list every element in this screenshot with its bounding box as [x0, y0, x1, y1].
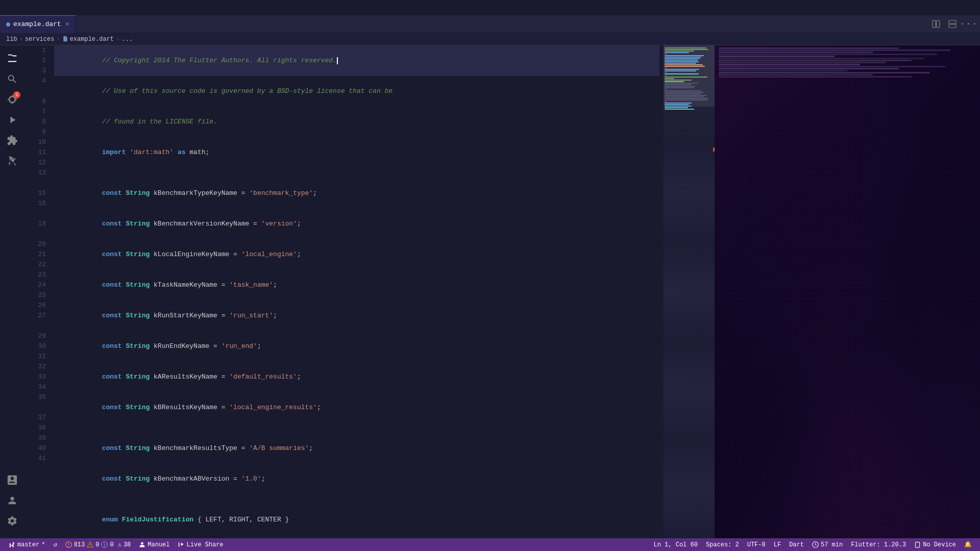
code-line-16: const String kBenchmarkABVersion = '1.0'…	[54, 464, 659, 494]
git-branch-icon	[8, 541, 15, 548]
code-line-4: import 'dart:math' as math;	[54, 137, 659, 168]
line-num-15: 15	[29, 188, 46, 198]
live-share-icon	[178, 541, 185, 548]
svg-line-14	[815, 545, 816, 545]
code-editor[interactable]: 1 2 3 4 6 7 8 9 10 11 12 13 15 16	[24, 45, 664, 538]
line-num-14	[29, 178, 46, 188]
tab-bar: example.dart × ···	[0, 15, 980, 33]
svg-rect-0	[933, 20, 936, 28]
line-num-18: 18	[29, 219, 46, 229]
code-comment-3: // found in the LICENSE file.	[102, 118, 217, 126]
tab-dot-icon	[6, 22, 10, 27]
status-device[interactable]: No Device	[910, 538, 960, 551]
line-numbers: 1 2 3 4 6 7 8 9 10 11 12 13 15 16	[24, 45, 50, 538]
code-line-7: const String kBenchmarkVersionKeyName = …	[54, 209, 659, 239]
code-kw-const-1: const	[102, 189, 122, 197]
split-editor-button[interactable]	[929, 17, 943, 31]
tab-example-dart[interactable]: example.dart ×	[0, 15, 76, 33]
code-line-10: const String kRunStartKeyName = 'run_sta…	[54, 300, 659, 331]
code-line-18: enum FieldJustification { LEFT, RIGHT, C…	[54, 505, 659, 535]
line-num-3: 3	[29, 66, 46, 76]
cursor-position: Ln 1, Col 60	[653, 541, 697, 548]
code-line-2: // Use of this source code is governed b…	[54, 76, 659, 107]
info-count: 0	[110, 541, 113, 548]
status-flutter[interactable]: Flutter: 1.20.3	[847, 538, 910, 551]
breadcrumb-sep-3: ›	[116, 36, 119, 43]
more-actions-button[interactable]: ···	[962, 17, 976, 31]
status-position[interactable]: Ln 1, Col 60	[649, 538, 701, 551]
code-line-6: const String kBenchmarkTypeKeyName = 'be…	[54, 178, 659, 209]
minimap-lines	[664, 45, 715, 538]
line-num-1: 1	[29, 45, 46, 56]
branch-star: *	[41, 541, 45, 548]
line-num-29: 29	[29, 331, 46, 341]
code-kw-const-8: const	[102, 404, 122, 411]
status-encoding[interactable]: UTF-8	[743, 538, 770, 551]
line-num-9: 9	[29, 127, 46, 137]
status-bar: master * ↺ 813 0 0 ⚠ 38 Manuel Live Shar…	[0, 538, 980, 551]
activity-bottom-icons	[3, 471, 21, 534]
tab-bar-actions: ···	[929, 17, 980, 31]
line-num-7: 7	[29, 107, 46, 117]
warning-count: 0	[95, 541, 99, 548]
breadcrumb-sep-1: ›	[19, 36, 23, 43]
status-spaces[interactable]: Spaces: 2	[702, 538, 743, 551]
status-language[interactable]: Dart	[785, 538, 808, 551]
activity-run[interactable]	[3, 111, 21, 129]
code-line-15: const String kBenchmarkResultsType = 'A/…	[54, 433, 659, 464]
minimap-line-40	[665, 107, 688, 108]
breadcrumb-lib[interactable]: lib	[6, 36, 17, 43]
line-num-41: 41	[29, 454, 46, 464]
minimap-line-41	[665, 109, 694, 110]
code-enum-name: FieldJustification	[122, 516, 193, 523]
tab-close-button[interactable]: ×	[65, 20, 69, 29]
code-kw-const-2: const	[102, 220, 122, 228]
line-num-38: 38	[29, 423, 46, 433]
spaces-label: Spaces: 2	[706, 541, 739, 548]
breadcrumb-services[interactable]: services	[25, 36, 55, 43]
code-comment-2: // Use of this source code is governed b…	[102, 87, 393, 95]
svg-rect-1	[937, 20, 940, 28]
status-live-share[interactable]: Live Share	[174, 538, 228, 551]
minimap	[664, 45, 715, 538]
status-clock[interactable]: 57 min	[808, 538, 847, 551]
activity-test[interactable]	[3, 152, 21, 170]
code-type-7: String	[126, 373, 150, 381]
line-num-17	[29, 209, 46, 219]
source-control-badge: 1	[13, 91, 20, 98]
status-user[interactable]: Manuel	[135, 538, 174, 551]
activity-search[interactable]	[3, 70, 21, 88]
line-num-11: 11	[29, 147, 46, 158]
code-line-8: const String kLocalEngineKeyName = 'loca…	[54, 239, 659, 270]
status-line-ending[interactable]: LF	[770, 538, 785, 551]
code-line-3: // found in the LICENSE file.	[54, 107, 659, 137]
line-num-33: 33	[29, 372, 46, 382]
code-str-3: 'version'	[261, 220, 297, 228]
breadcrumb-more[interactable]: ...	[121, 36, 133, 43]
status-sync[interactable]: ↺	[49, 538, 61, 551]
code-kw-import: import	[102, 148, 126, 156]
device-icon	[914, 541, 921, 548]
activity-remote[interactable]	[3, 471, 21, 489]
code-line-1: // Copyright 2014 The Flutter Authors. A…	[54, 45, 659, 76]
info-icon	[101, 541, 108, 548]
activity-settings[interactable]	[3, 512, 21, 530]
activity-source-control[interactable]: 1	[3, 90, 21, 109]
editor-layout-button[interactable]	[945, 17, 960, 31]
clock-value: 57 min	[821, 541, 843, 548]
breadcrumb-file[interactable]: example.dart	[62, 36, 114, 43]
code-str-5: 'task_name'	[229, 281, 273, 289]
code-container: 1 2 3 4 6 7 8 9 10 11 12 13 15 16	[24, 45, 664, 538]
activity-explorer[interactable]	[3, 49, 21, 68]
line-num-10: 10	[29, 137, 46, 147]
code-type-2: String	[126, 220, 150, 228]
activity-extensions[interactable]	[3, 131, 21, 149]
code-line-19	[54, 535, 659, 538]
status-branch[interactable]: master *	[4, 538, 49, 551]
status-errors[interactable]: 813 0 0 ⚠ 38	[61, 538, 135, 551]
title-bar	[0, 0, 980, 15]
code-line-14	[54, 423, 659, 433]
status-notifications[interactable]: 🔔	[960, 538, 976, 551]
activity-account[interactable]	[3, 491, 21, 510]
code-kw-enum: enum	[102, 516, 118, 523]
